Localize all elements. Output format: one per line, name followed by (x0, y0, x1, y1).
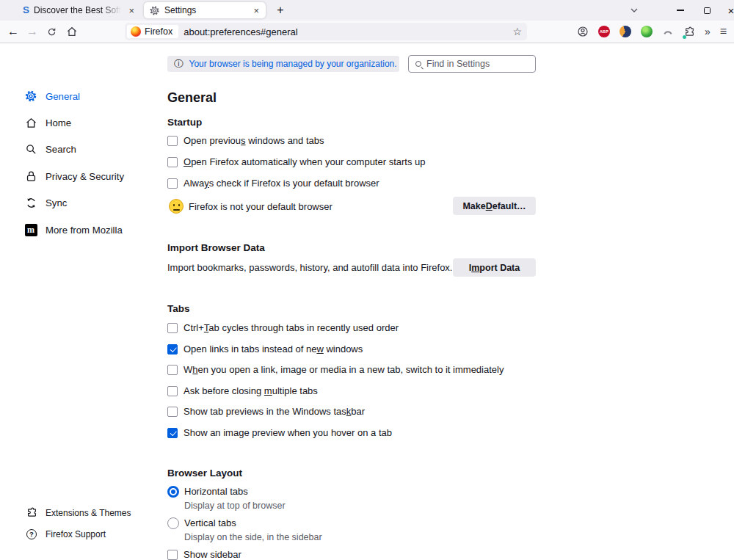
sidebar-label: Privacy & Security (46, 171, 124, 182)
close-tab-icon[interactable]: × (252, 5, 261, 16)
default-browser-row: Firefox is not your default browser Make… (167, 197, 536, 216)
import-row: Import bookmarks, passwords, history, an… (167, 258, 536, 277)
startup-heading: Startup (167, 117, 536, 128)
navigation-toolbar: ← → Firefox about:preferences#general ☆ … (0, 21, 734, 43)
checkbox-label: Ctrl+Tab cycles through tabs in recently… (184, 322, 399, 334)
overflow-menu-icon[interactable]: » (705, 26, 711, 37)
close-tab-icon[interactable]: × (127, 5, 136, 16)
checkbox[interactable] (167, 157, 178, 167)
sidebar-item-privacy-security[interactable]: Privacy & Security (24, 163, 164, 189)
toolbar-extensions-area: ABP » ≡ (577, 21, 727, 43)
checkbox[interactable] (167, 386, 178, 396)
app-menu-icon[interactable]: ≡ (720, 26, 727, 37)
sidebar-item-sync[interactable]: Sync (24, 190, 164, 217)
import-description: Import bookmarks, passwords, history, an… (167, 262, 452, 273)
checkbox-row-always-check-default[interactable]: Always check if Firefox is your default … (167, 178, 536, 189)
tab-title: Settings (164, 5, 247, 15)
identity-label: Firefox (145, 26, 172, 37)
extensions-puzzle-icon[interactable] (683, 26, 695, 37)
forward-button[interactable]: → (23, 21, 42, 43)
checkbox-label: Open Firefox automatically when your com… (184, 156, 426, 168)
checkbox[interactable] (167, 323, 178, 333)
checkbox-row-open-automatically[interactable]: Open Firefox automatically when your com… (167, 156, 536, 168)
extensions-themes-link[interactable]: Extensions & Themes (26, 502, 131, 523)
checkbox[interactable] (167, 407, 178, 417)
identity-chip[interactable]: Firefox (127, 25, 178, 38)
make-default-button[interactable]: Make Default… (453, 197, 536, 215)
radio-description: Display at top of browser (184, 501, 536, 511)
sad-face-icon (169, 199, 184, 214)
bookmark-star-icon[interactable]: ☆ (512, 26, 522, 37)
gear-icon (149, 5, 160, 16)
radio-button[interactable] (167, 517, 179, 529)
checkbox[interactable] (167, 178, 178, 189)
browser-layout-heading: Browser Layout (167, 468, 536, 479)
url-text[interactable]: about:preferences#general (184, 26, 297, 37)
checkbox[interactable] (167, 365, 178, 375)
sidebar-label: Home (46, 117, 71, 128)
radio-row-vertical-tabs[interactable]: Vertical tabs (167, 517, 536, 529)
checkbox-label: Show sidebar (184, 549, 241, 560)
checkbox-row-switch-immediately[interactable]: When you open a link, image or media in … (167, 364, 536, 376)
import-data-button[interactable]: Import Data (453, 258, 536, 277)
checkbox[interactable] (167, 344, 178, 354)
checkbox-row-ctrl-tab[interactable]: Ctrl+Tab cycles through tabs in recently… (167, 322, 536, 334)
question-icon: ? (26, 529, 37, 539)
checkbox[interactable] (167, 428, 178, 438)
checkbox-label: Always check if Firefox is your default … (184, 178, 379, 189)
sidebar-item-more-from-mozilla[interactable]: m More from Mozilla (24, 217, 164, 243)
extension-swirl-icon[interactable] (619, 26, 631, 37)
home-button[interactable] (62, 21, 81, 43)
radio-button[interactable] (167, 486, 179, 498)
checkbox-row-taskbar-previews[interactable]: Show tab previews in the Windows taskbar (167, 406, 536, 418)
account-icon[interactable] (577, 26, 589, 37)
checkbox-row-open-previous[interactable]: Open previous windows and tabs (167, 135, 536, 147)
radio-label: Horizontal tabs (184, 486, 248, 498)
download-manager-icon[interactable] (641, 26, 653, 37)
browser-tab-softpedia[interactable]: S Discover the Best Software & A × (18, 0, 141, 21)
sidebar-label: Search (46, 144, 76, 155)
sidebar-label: General (46, 91, 80, 102)
address-bar[interactable]: Firefox about:preferences#general ☆ (125, 23, 527, 40)
checkbox[interactable] (167, 550, 178, 560)
new-tab-button[interactable]: + (273, 3, 288, 18)
checkbox-label: Show an image preview when you hover on … (184, 427, 392, 439)
sidebar-label: More from Mozilla (46, 225, 123, 236)
firefox-support-link[interactable]: ? Firefox Support (26, 523, 131, 545)
checkbox-label: Open previous windows and tabs (184, 135, 324, 147)
settings-main-pane: General Startup Open previous windows an… (167, 43, 536, 560)
import-heading: Import Browser Data (167, 242, 536, 254)
firefox-favicon (131, 26, 141, 37)
checkbox[interactable] (167, 136, 178, 146)
home-icon (24, 117, 37, 129)
maximize-button[interactable] (700, 0, 713, 21)
reload-icon[interactable] (42, 21, 61, 43)
search-icon (24, 143, 37, 156)
back-button[interactable]: ← (4, 21, 23, 43)
adblock-plus-icon[interactable]: ABP (598, 26, 610, 37)
extension-arc-icon[interactable] (662, 26, 674, 37)
firefox-window: { "icons": { "softpedia": "S", "close": … (0, 0, 734, 560)
sidebar-footer: Extensions & Themes ? Firefox Support (26, 502, 131, 545)
checkbox-row-ask-before-closing[interactable]: Ask before closing multiple tabs (167, 385, 536, 397)
window-close-button[interactable]: × (724, 0, 734, 21)
checkbox-row-hover-preview[interactable]: Show an image preview when you hover on … (167, 427, 536, 439)
checkbox-label: Show tab previews in the Windows taskbar (184, 406, 365, 418)
browser-tab-settings[interactable]: Settings × (144, 2, 266, 18)
minimize-button[interactable] (674, 0, 687, 21)
checkbox-row-show-sidebar[interactable]: Show sidebar (167, 549, 536, 560)
lock-icon (24, 170, 37, 183)
sidebar-item-general[interactable]: General (24, 83, 164, 109)
radio-row-horizontal-tabs[interactable]: Horizontal tabs (167, 486, 536, 498)
checkbox-row-open-links-in-tabs[interactable]: Open links in tabs instead of new window… (167, 343, 536, 355)
sync-icon (24, 197, 37, 209)
sidebar-item-search[interactable]: Search (24, 137, 164, 163)
footer-label: Firefox Support (46, 529, 106, 539)
checkbox-label: Open links in tabs instead of new window… (184, 343, 363, 355)
checkbox-label: Ask before closing multiple tabs (184, 385, 318, 397)
puzzle-icon (26, 507, 37, 518)
settings-sidebar: General Home Search Privacy & Security S… (24, 83, 164, 243)
softpedia-favicon: S (23, 5, 29, 15)
sidebar-item-home[interactable]: Home (24, 109, 164, 136)
list-all-tabs-icon[interactable] (628, 0, 641, 21)
